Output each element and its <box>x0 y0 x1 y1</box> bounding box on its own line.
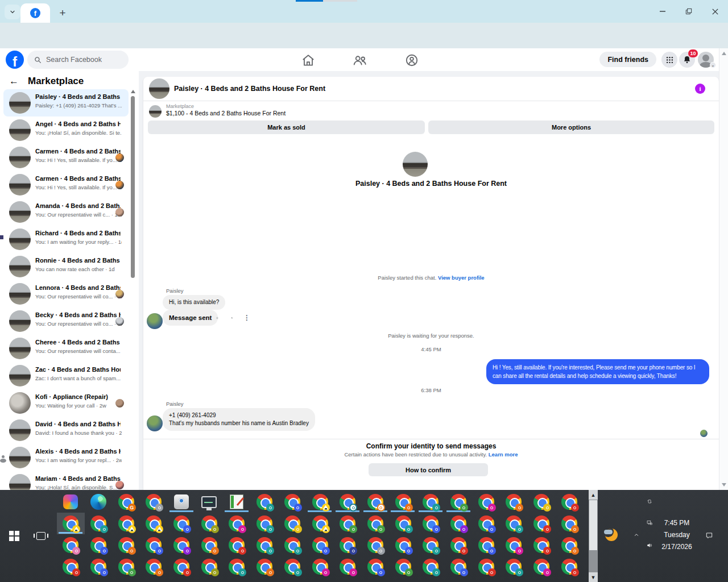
conversation-item[interactable]: Ronnie · 4 Beds and 2 Baths Ho...You can… <box>3 253 129 280</box>
taskbar-chrome-onigiri-icon[interactable] <box>306 491 334 513</box>
taskbar-chrome-green-icon[interactable] <box>445 491 473 513</box>
browser-tab-facebook[interactable]: f <box>20 3 50 23</box>
conversation-item[interactable]: Angel · 4 Beds and 2 Baths Ho...You: ¡Ho… <box>3 117 129 144</box>
facebook-logo[interactable]: f <box>6 51 24 69</box>
taskbar-chrome-magenta-icon[interactable] <box>223 513 251 534</box>
taskbar-chrome-red-icon[interactable] <box>555 556 583 577</box>
taskbar-chrome-gray-icon[interactable] <box>140 491 168 513</box>
taskbar-chrome-blue-icon[interactable] <box>417 513 445 534</box>
taskbar-edge-icon[interactable] <box>85 491 113 513</box>
friends-tab-icon[interactable] <box>353 53 367 68</box>
taskbar-chrome-teal-icon[interactable] <box>417 491 445 513</box>
find-friends-button[interactable]: Find friends <box>599 52 656 67</box>
close-button[interactable] <box>702 0 728 23</box>
home-tab-icon[interactable] <box>301 53 316 68</box>
taskbar-chrome-orange-icon[interactable] <box>195 534 223 556</box>
taskbar-chrome-teal-icon[interactable] <box>417 534 445 556</box>
taskbar-chrome-orange-icon[interactable] <box>555 534 583 556</box>
taskbar-chrome-onigiri-icon[interactable] <box>306 513 334 534</box>
taskbar-chrome-teal-icon[interactable] <box>251 513 279 534</box>
listing-thumbnail[interactable] <box>149 105 162 118</box>
taskbar-chrome-blue-icon[interactable] <box>445 556 473 577</box>
taskbar-chrome-green-icon[interactable] <box>362 513 390 534</box>
conversation-item[interactable]: Lennora · 4 Beds and 2 Baths...You: Our … <box>3 280 129 307</box>
conversation-item[interactable]: Mariam · 4 Beds and 2 Baths...You: ¡Hola… <box>3 471 129 490</box>
scroll-up-arrow-icon[interactable] <box>131 90 135 93</box>
taskbar-chrome-red-icon[interactable] <box>528 513 556 534</box>
conversation-item[interactable]: Carmen · 4 Beds and 2 Baths...You: Hi ! … <box>3 144 129 171</box>
taskbar-chrome-gray-icon[interactable] <box>362 534 390 556</box>
taskbar-chrome-blue-icon[interactable] <box>472 513 500 534</box>
taskbar-chrome-blue-icon[interactable] <box>168 513 196 534</box>
taskbar-appgray-icon[interactable] <box>168 491 196 513</box>
taskbar-chrome-teal-icon[interactable] <box>500 556 528 577</box>
incoming-message[interactable]: +1 (409) 261-4029 That's my husbands num… <box>163 408 315 431</box>
scroll-down-arrow-icon[interactable] <box>722 483 726 487</box>
taskbar-chrome-navy-icon[interactable] <box>334 534 362 556</box>
scroll-down-arrow-icon[interactable]: ▼ <box>589 572 598 582</box>
taskbar-chrome-teal-icon[interactable] <box>251 491 279 513</box>
taskbar-copilot-icon[interactable] <box>57 491 85 513</box>
incoming-message[interactable]: Hi, is this available? <box>163 295 225 310</box>
how-to-confirm-button[interactable]: How to confirm <box>369 463 488 476</box>
taskbar-chrome-teal-icon[interactable] <box>251 534 279 556</box>
taskbar-chrome-orange-icon[interactable] <box>112 534 140 556</box>
outgoing-message[interactable]: Hi ! Yes, still available. If you're int… <box>486 359 709 384</box>
taskbar-chrome-orange-icon[interactable] <box>140 556 168 577</box>
taskbar-chrome-blue-icon[interactable] <box>279 491 307 513</box>
taskbar-chrome-red-icon[interactable] <box>528 534 556 556</box>
taskbar-chrome-teal-icon[interactable] <box>389 513 417 534</box>
tab-search-button[interactable] <box>5 5 20 19</box>
taskbar-chrome-purple-icon[interactable] <box>168 534 196 556</box>
taskbar-chrome-magenta-icon[interactable] <box>500 534 528 556</box>
intro-listing-avatar[interactable] <box>403 152 428 177</box>
new-tab-button[interactable]: + <box>55 5 71 20</box>
page-scrollbar[interactable] <box>719 48 728 490</box>
taskbar-chrome-orange-icon[interactable] <box>555 513 583 534</box>
tray-network-icon[interactable] <box>643 517 656 529</box>
taskbar-chrome-green-icon[interactable] <box>112 556 140 577</box>
taskbar-chrome-teal-icon[interactable] <box>417 556 445 577</box>
groups-tab-icon[interactable] <box>404 53 419 68</box>
sender-avatar[interactable] <box>147 415 163 431</box>
conversation-item[interactable]: Paisley · 4 Beds and 2 Baths Ho...Paisle… <box>3 89 129 117</box>
conversation-item[interactable]: Zac · 4 Beds and 2 Baths House...Zac: I … <box>3 362 129 389</box>
conversation-item[interactable]: Richard · 4 Beds and 2 Baths ...You: I a… <box>3 226 129 253</box>
taskbar-chrome-G-icon[interactable]: G <box>112 491 140 513</box>
taskbar-chrome-red-icon[interactable] <box>168 556 196 577</box>
restore-button[interactable] <box>676 0 702 23</box>
task-view-button[interactable] <box>33 529 49 543</box>
taskbar-chrome-red-icon[interactable] <box>445 534 473 556</box>
taskbar-chrome-orangeo-icon[interactable] <box>362 491 390 513</box>
conversation-item[interactable]: Becky · 4 Beds and 2 Baths H...You: Our … <box>3 307 129 335</box>
search-input[interactable]: Search Facebook <box>27 51 129 69</box>
incoming-message[interactable]: Message sent <box>163 310 218 326</box>
emoji-react-icon[interactable] <box>213 313 222 322</box>
taskbar-chrome-blue-icon[interactable] <box>362 556 390 577</box>
weather-moon-icon[interactable] <box>603 527 619 543</box>
minimize-button[interactable] <box>650 0 676 23</box>
taskbar-chrome-red-icon[interactable] <box>57 556 85 577</box>
taskbar-chrome-blue-icon[interactable] <box>389 534 417 556</box>
taskbar-chrome-onigiri-icon[interactable] <box>112 513 140 534</box>
action-center-icon[interactable] <box>702 529 717 542</box>
taskbar-chrome-orange-icon[interactable] <box>389 491 417 513</box>
taskbar-chrome-tealo-icon[interactable] <box>334 491 362 513</box>
reply-icon[interactable] <box>228 313 237 322</box>
taskbar-chrome-teal-icon[interactable] <box>85 513 113 534</box>
scrollbar-thumb[interactable] <box>131 96 135 278</box>
chat-header-avatar[interactable] <box>149 78 169 99</box>
conversation-item[interactable]: David · 4 Beds and 2 Baths Hou...David: … <box>3 417 129 444</box>
apps-menu-icon[interactable] <box>661 52 677 68</box>
taskbar-chrome-red-icon[interactable] <box>223 534 251 556</box>
scroll-up-arrow-icon[interactable]: ▲ <box>589 490 598 500</box>
taskbar-chrome-teal-icon[interactable] <box>500 513 528 534</box>
taskbar-chrome-green-icon[interactable] <box>389 556 417 577</box>
taskbar-appnote-icon[interactable] <box>223 491 251 513</box>
more-actions-icon[interactable]: ⋮ <box>242 313 251 322</box>
taskbar-chrome-yellow-icon[interactable] <box>528 491 556 513</box>
taskbar-chrome-blue-icon[interactable] <box>306 534 334 556</box>
taskbar-chrome-teal-icon[interactable] <box>223 556 251 577</box>
taskbar-chrome-blue-icon[interactable] <box>85 556 113 577</box>
learn-more-link[interactable]: Learn more <box>489 451 518 458</box>
